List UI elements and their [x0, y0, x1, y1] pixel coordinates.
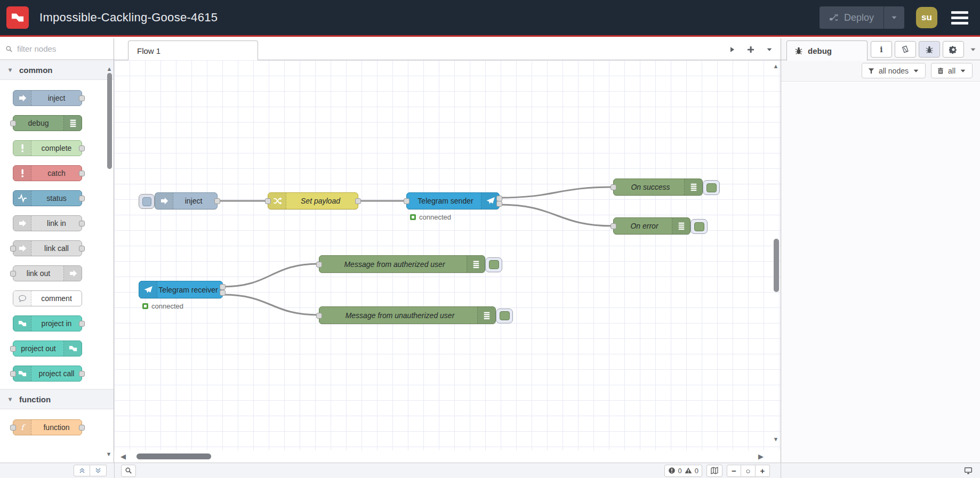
flow-node-receiver[interactable]: Telegram receiverconnected: [139, 281, 223, 298]
zoom-in-button[interactable]: +: [756, 465, 770, 477]
output-port[interactable]: [220, 290, 226, 296]
sidebar-tabs-dropdown[interactable]: [969, 46, 977, 53]
wire[interactable]: [223, 264, 319, 287]
debug-messages-panel[interactable]: [781, 82, 980, 448]
palette-section-common[interactable]: ▾common: [0, 60, 114, 80]
flow-node-inject[interactable]: inject: [155, 192, 218, 209]
scroll-down-icon[interactable]: ▼: [106, 451, 112, 457]
flow-node-payload[interactable]: Set payload: [268, 192, 358, 209]
flow-list-dropdown[interactable]: [766, 46, 773, 53]
expand-all-button[interactable]: [90, 465, 107, 476]
main-menu-button[interactable]: [949, 9, 970, 27]
nr-logo-icon: [13, 366, 31, 381]
canvas-hscrollbar[interactable]: ◀ ▶: [114, 450, 781, 463]
debug-enable-toggle[interactable]: [690, 219, 708, 234]
canvas-vscrollbar[interactable]: ▲ ▼: [772, 60, 780, 450]
palette-node-project-in[interactable]: project in: [13, 315, 82, 331]
output-port[interactable]: [355, 198, 361, 204]
zoom-out-button[interactable]: −: [727, 465, 741, 477]
palette-node-label: project out: [13, 341, 63, 356]
output-port[interactable]: [220, 284, 226, 290]
arrow-right-icon: [155, 193, 173, 209]
flow-node-label: Message from autherized user: [323, 256, 467, 272]
sidebar-info-button[interactable]: i: [871, 41, 892, 58]
debug-enable-inner: [500, 311, 510, 320]
palette-node-complete[interactable]: complete: [13, 140, 82, 156]
flow-node-sender[interactable]: Telegram senderconnected: [406, 192, 500, 209]
flow-node-success[interactable]: On success: [613, 179, 703, 196]
input-port: [10, 371, 16, 377]
palette-section-function[interactable]: ▾function: [0, 389, 114, 409]
wire[interactable]: [500, 187, 613, 198]
flow-node-error[interactable]: On error: [613, 217, 690, 234]
debug-enable-inner: [706, 183, 717, 192]
add-flow-button[interactable]: [746, 45, 755, 54]
zoom-reset-button[interactable]: ○: [741, 465, 756, 477]
canvas-scroll-right-icon[interactable]: ▶: [758, 452, 764, 460]
input-port[interactable]: [316, 313, 322, 319]
canvas-search-button[interactable]: [121, 465, 136, 477]
wire[interactable]: [500, 205, 613, 226]
debug-enable-toggle[interactable]: [496, 309, 513, 323]
debug-enable-toggle[interactable]: [485, 257, 502, 272]
palette-node-inject[interactable]: inject: [13, 90, 82, 106]
debug-filter-button[interactable]: all nodes: [862, 63, 926, 78]
palette-search[interactable]: [0, 38, 114, 60]
canvas-scroll-left-icon[interactable]: ◀: [121, 452, 126, 460]
palette-node-link-out[interactable]: link out: [13, 265, 82, 281]
navigator-button[interactable]: [706, 465, 722, 477]
palette-scrollbar[interactable]: ▲: [106, 66, 113, 171]
input-port[interactable]: [265, 198, 271, 204]
palette-scrollbar-thumb[interactable]: [107, 73, 112, 169]
collapse-all-button[interactable]: [74, 465, 90, 476]
palette-node-comment[interactable]: comment: [13, 290, 82, 306]
error-count-icon: [668, 467, 676, 474]
sidebar-debug-button[interactable]: [919, 41, 940, 58]
notification-counts[interactable]: 0 0: [664, 465, 702, 477]
input-port[interactable]: [611, 223, 616, 229]
error-count: 0: [678, 467, 682, 475]
deploy-button[interactable]: Deploy: [820, 6, 904, 29]
palette-node-link-call[interactable]: link call: [13, 240, 82, 256]
next-flow-icon[interactable]: [728, 46, 736, 53]
palette-node-label: inject: [31, 91, 82, 106]
canvas-hscroll-thumb[interactable]: [136, 453, 211, 459]
deploy-dropdown-button[interactable]: [884, 14, 904, 21]
arrow-right-icon: [13, 216, 31, 231]
debug-enable-toggle[interactable]: [703, 180, 720, 195]
wire[interactable]: [223, 295, 319, 315]
input-port[interactable]: [316, 262, 322, 268]
sidebar-config-button[interactable]: [943, 41, 964, 58]
output-port[interactable]: [496, 196, 502, 201]
palette-node-project-out[interactable]: project out: [13, 341, 82, 357]
inject-trigger-button[interactable]: [139, 194, 155, 209]
palette-filter-input[interactable]: [17, 44, 97, 53]
node-status: connected: [410, 213, 451, 221]
debug-clear-button[interactable]: all: [931, 63, 973, 78]
canvas-vscroll-thumb[interactable]: [774, 239, 779, 292]
scroll-up-icon[interactable]: ▲: [106, 66, 113, 71]
tab-flow-1[interactable]: Flow 1: [128, 40, 258, 60]
canvas-scroll-down-icon[interactable]: ▼: [772, 436, 780, 442]
flow-node-msgunauth[interactable]: Message from unautherized user: [319, 306, 496, 324]
palette-node-link-in[interactable]: link in: [13, 215, 82, 231]
input-port[interactable]: [611, 184, 616, 190]
output-port[interactable]: [214, 198, 220, 204]
flow-canvas[interactable]: injectSet payloadTelegram senderconnecte…: [114, 60, 781, 450]
palette-node-catch[interactable]: catch: [13, 165, 82, 181]
user-avatar[interactable]: su: [916, 7, 937, 28]
canvas-scroll-up-icon[interactable]: ▲: [772, 63, 780, 69]
open-debug-window-button[interactable]: [964, 466, 973, 475]
input-port[interactable]: [404, 198, 409, 204]
palette-node-label: function: [31, 420, 82, 435]
palette-node-debug[interactable]: debug: [13, 115, 82, 131]
palette-node-status[interactable]: status: [13, 190, 82, 206]
sidebar-help-button[interactable]: [895, 41, 916, 58]
tab-debug[interactable]: debug: [786, 40, 867, 61]
palette-node-project-call[interactable]: project call: [13, 366, 82, 382]
debug-filter-label: all nodes: [879, 67, 909, 75]
flow-node-msgauth[interactable]: Message from autherized user: [319, 255, 485, 273]
output-port[interactable]: [496, 201, 502, 207]
palette-node-function[interactable]: ffunction: [13, 419, 82, 435]
deploy-icon: [829, 13, 839, 22]
